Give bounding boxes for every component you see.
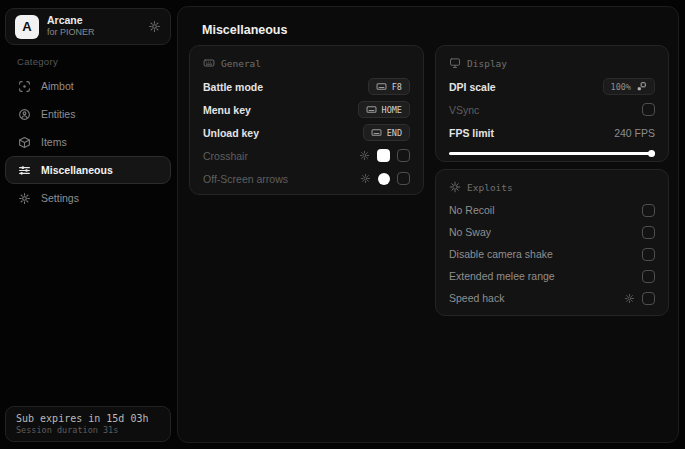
general-panel-title: General xyxy=(221,58,261,69)
setting-label: Crosshair xyxy=(203,150,248,162)
no-recoil-checkbox[interactable] xyxy=(642,204,655,217)
setting-label: Speed hack xyxy=(449,292,504,304)
exploits-panel-header: Exploits xyxy=(449,179,655,195)
setting-label: Menu key xyxy=(203,104,251,116)
setting-row-extended-melee-range: Extended melee range xyxy=(449,265,655,287)
no-sway-checkbox[interactable] xyxy=(642,226,655,239)
sidebar-item-entities[interactable]: Entities xyxy=(5,100,171,128)
display-panel-title: Display xyxy=(467,58,507,69)
main-content: Miscellaneous General Battle mode F8 xyxy=(177,6,679,443)
keyboard-icon xyxy=(376,81,387,92)
display-panel: Display DPI scale 100% VSync xyxy=(435,45,669,162)
fps-limit-value: 240 FPS xyxy=(614,127,655,139)
menu-keybind-button[interactable]: HOME xyxy=(358,101,410,118)
setting-row-fps-limit: FPS limit 240 FPS xyxy=(449,121,655,144)
disable-camera-shake-checkbox[interactable] xyxy=(642,248,655,261)
dpi-scale-value: 100% xyxy=(611,82,631,92)
setting-label: Disable camera shake xyxy=(449,248,553,260)
aimbot-icon xyxy=(18,80,31,93)
monitor-icon xyxy=(449,57,461,69)
offscreen-arrows-checkbox[interactable] xyxy=(397,172,410,185)
entities-icon xyxy=(18,108,31,121)
sidebar-nav: Aimbot Entities xyxy=(5,72,171,212)
sidebar-category-label: Category xyxy=(17,56,58,67)
dpi-scale-selector[interactable]: 100% xyxy=(603,78,655,95)
setting-label: No Sway xyxy=(449,226,491,238)
unload-keybind-button[interactable]: END xyxy=(363,124,410,141)
extended-melee-range-checkbox[interactable] xyxy=(642,270,655,283)
app-header-card: A Arcane for PIONER xyxy=(5,8,171,45)
setting-label: FPS limit xyxy=(449,127,494,139)
display-panel-header: Display xyxy=(449,55,655,71)
setting-row-unload-key: Unload key END xyxy=(203,121,410,144)
setting-label: No Recoil xyxy=(449,204,495,216)
sidebar: A Arcane for PIONER Category xyxy=(0,0,176,449)
general-panel-header: General xyxy=(203,55,410,71)
sidebar-item-items[interactable]: Items xyxy=(5,128,171,156)
page-title: Miscellaneous xyxy=(202,23,287,37)
sidebar-item-label: Items xyxy=(41,136,67,148)
setting-row-no-sway: No Sway xyxy=(449,221,655,243)
miscellaneous-icon xyxy=(18,164,31,177)
speed-hack-checkbox[interactable] xyxy=(642,292,655,305)
crosshair-color-swatch[interactable] xyxy=(377,149,390,162)
app-subtitle: for PIONER xyxy=(47,27,95,38)
keybind-value: HOME xyxy=(382,105,402,115)
setting-row-no-recoil: No Recoil xyxy=(449,199,655,221)
app-window: A Arcane for PIONER Category xyxy=(0,0,685,449)
setting-row-offscreen-arrows: Off-Screen arrows xyxy=(203,167,410,190)
setting-label: Off-Screen arrows xyxy=(203,173,288,185)
setting-label: Battle mode xyxy=(203,81,263,93)
setting-row-disable-camera-shake: Disable camera shake xyxy=(449,243,655,265)
sidebar-item-label: Aimbot xyxy=(41,80,74,92)
keyboard-icon xyxy=(371,127,382,138)
sidebar-item-settings[interactable]: Settings xyxy=(5,184,171,212)
app-logo: A xyxy=(15,15,39,39)
battle-mode-keybind-button[interactable]: F8 xyxy=(368,78,410,95)
fps-limit-slider[interactable] xyxy=(449,150,655,157)
crosshair-checkbox[interactable] xyxy=(397,149,410,162)
offscreen-arrows-color-swatch[interactable] xyxy=(378,173,390,185)
slider-fill xyxy=(449,152,655,155)
speed-hack-options-gear-icon[interactable] xyxy=(624,293,635,304)
setting-row-battle-mode: Battle mode F8 xyxy=(203,75,410,98)
keybind-value: F8 xyxy=(392,82,402,92)
sidebar-item-label: Settings xyxy=(41,192,79,204)
setting-label: DPI scale xyxy=(449,81,496,93)
scale-icon xyxy=(636,81,647,92)
general-panel: General Battle mode F8 Menu key HOME xyxy=(189,45,424,195)
sidebar-item-label: Miscellaneous xyxy=(41,164,113,176)
exploits-icon xyxy=(449,181,461,193)
gear-icon[interactable] xyxy=(148,20,161,33)
crosshair-options-gear-icon[interactable] xyxy=(359,150,370,161)
keyboard-icon xyxy=(203,57,215,69)
slider-knob[interactable] xyxy=(648,150,655,157)
exploits-panel: Exploits No Recoil No Sway Disable camer… xyxy=(435,169,669,316)
setting-row-speed-hack: Speed hack xyxy=(449,287,655,309)
setting-label: VSync xyxy=(449,104,479,116)
keybind-value: END xyxy=(387,128,402,138)
items-icon xyxy=(18,136,31,149)
keyboard-icon xyxy=(366,104,377,115)
setting-row-vsync: VSync xyxy=(449,98,655,121)
offscreen-arrows-options-gear-icon[interactable] xyxy=(360,173,371,184)
sidebar-item-miscellaneous[interactable]: Miscellaneous xyxy=(5,156,171,184)
sidebar-item-label: Entities xyxy=(41,108,75,120)
vsync-checkbox[interactable] xyxy=(642,103,655,116)
sub-expiry-text: Sub expires in 15d 03h xyxy=(16,413,160,424)
exploits-panel-title: Exploits xyxy=(467,182,513,193)
setting-label: Extended melee range xyxy=(449,270,555,282)
setting-row-dpi-scale: DPI scale 100% xyxy=(449,75,655,98)
setting-label: Unload key xyxy=(203,127,259,139)
app-title-block: Arcane for PIONER xyxy=(47,14,95,38)
settings-icon xyxy=(18,192,31,205)
setting-row-menu-key: Menu key HOME xyxy=(203,98,410,121)
session-duration-text: Session duration 31s xyxy=(16,425,160,435)
app-name: Arcane xyxy=(47,14,95,27)
setting-row-crosshair: Crosshair xyxy=(203,144,410,167)
sidebar-item-aimbot[interactable]: Aimbot xyxy=(5,72,171,100)
subscription-info-card: Sub expires in 15d 03h Session duration … xyxy=(5,406,171,442)
